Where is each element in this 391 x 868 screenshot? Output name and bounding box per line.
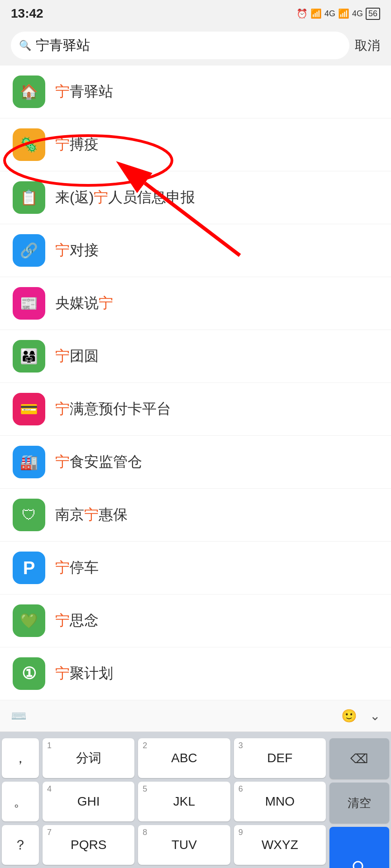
key-number: 6 <box>238 784 243 794</box>
list-item[interactable]: 💚 宁思念 <box>0 594 391 647</box>
keyboard-toolbar-left[interactable]: ⌨️ <box>11 708 27 723</box>
highlight-char: 宁 <box>55 242 70 258</box>
key-6-mno[interactable]: 6 MNO <box>234 782 326 821</box>
period-key[interactable]: 。 <box>2 782 39 821</box>
signal2-icon: 📶 <box>338 8 349 19</box>
app-icon: 🏠 <box>13 75 45 108</box>
key-1-fenci[interactable]: 1 分词 <box>43 738 134 778</box>
key-label: DEF <box>267 751 292 765</box>
status-bar: 13:42 ⏰ 📶 4G 📶 4G 56 <box>0 0 391 25</box>
key-number: 2 <box>143 741 147 750</box>
highlight-char: 宁 <box>94 189 108 205</box>
keyboard-row-1: 1 分词 2 ABC 3 DEF <box>43 738 326 778</box>
signal-icon: 4G <box>324 9 335 19</box>
app-name: 宁青驿站 <box>55 82 113 102</box>
keyboard-row-3: 7 PQRS 8 TUV 9 WXYZ <box>43 825 326 865</box>
app-icon: ① <box>13 657 45 690</box>
app-name: 宁思念 <box>55 611 99 631</box>
key-label: MNO <box>265 794 295 809</box>
key-3-def[interactable]: 3 DEF <box>234 738 326 778</box>
list-item[interactable]: 💳 宁满意预付卡平台 <box>0 383 391 436</box>
highlight-char: 宁 <box>55 401 70 417</box>
search-input-wrap[interactable]: 🔍 宁青驿站 <box>11 32 349 59</box>
key-label: PQRS <box>71 838 106 852</box>
list-item[interactable]: P 宁停车 <box>0 542 391 594</box>
battery-icon: 56 <box>366 8 380 20</box>
highlight-char: 宁 <box>55 559 70 576</box>
keyboard-main: 1 分词 2 ABC 3 DEF 4 GHI 5 <box>41 736 328 868</box>
search-results-list: 🏠 宁青驿站 🦠 宁搏疫 📋 来(返)宁人员信息申报 🔗 宁对接 📰 央媒说宁 … <box>0 66 391 700</box>
key-label: TUV <box>172 838 197 852</box>
key-2-abc[interactable]: 2 ABC <box>138 738 230 778</box>
backspace-key[interactable]: ⌫ <box>329 738 389 779</box>
highlight-char: 宁 <box>55 348 70 364</box>
list-item[interactable]: 🏠 宁青驿站 <box>0 66 391 118</box>
app-name: 来(返)宁人员信息申报 <box>55 188 195 208</box>
list-item[interactable]: 🏭 宁食安监管仓 <box>0 436 391 489</box>
app-name: 宁搏疫 <box>55 135 99 155</box>
status-time: 13:42 <box>11 6 43 21</box>
list-item[interactable]: 🔗 宁对接 <box>0 224 391 277</box>
search-bar: 🔍 宁青驿站 取消 <box>0 25 391 66</box>
highlight-char: 宁 <box>99 295 113 311</box>
keyboard-collapse-icon[interactable]: ⌄ <box>370 708 380 723</box>
highlight-char: 宁 <box>84 506 99 523</box>
highlight-char: 宁 <box>55 612 70 628</box>
keyboard: ， 。 ？ ！ 1 分词 2 ABC 3 DEF <box>0 732 391 868</box>
keyboard-left-col: ， 。 ？ ！ <box>0 736 41 868</box>
list-item[interactable]: 👨‍👩‍👧 宁团圆 <box>0 330 391 383</box>
key-number: 9 <box>238 828 243 837</box>
clear-key[interactable]: 清空 <box>329 783 389 823</box>
keyboard-row-2: 4 GHI 5 JKL 6 MNO <box>43 782 326 821</box>
key-number: 8 <box>143 828 147 837</box>
app-name: 宁满意预付卡平台 <box>55 399 171 419</box>
question-key[interactable]: ？ <box>2 825 39 865</box>
app-name: 宁团圆 <box>55 346 99 366</box>
app-name: 宁停车 <box>55 558 99 578</box>
keyboard-toolbar: ⌨️ 🙂 ⌄ <box>0 700 391 732</box>
key-8-tuv[interactable]: 8 TUV <box>138 825 230 865</box>
app-name: 宁对接 <box>55 241 99 260</box>
key-9-wxyz[interactable]: 9 WXYZ <box>234 825 326 865</box>
list-item[interactable]: ① 宁聚计划 <box>0 647 391 700</box>
app-name: 宁聚计划 <box>55 664 113 684</box>
search-key[interactable] <box>329 827 389 868</box>
app-icon: 🏭 <box>13 446 45 478</box>
list-item[interactable]: 🦠 宁搏疫 <box>0 118 391 171</box>
key-label: GHI <box>77 794 100 809</box>
app-icon: 💳 <box>13 393 45 425</box>
app-name: 南京宁惠保 <box>55 505 128 525</box>
highlight-char: 宁 <box>55 136 70 152</box>
keyboard-rows: ， 。 ？ ！ 1 分词 2 ABC 3 DEF <box>0 732 391 868</box>
key-label: WXYZ <box>262 838 298 852</box>
key-label: 分词 <box>76 750 101 767</box>
key-number: 7 <box>47 828 52 837</box>
cancel-button[interactable]: 取消 <box>355 37 380 54</box>
app-icon: P <box>13 552 45 584</box>
search-submit-icon <box>351 859 367 868</box>
keyboard-right-col: ⌫ 清空 <box>328 736 391 868</box>
signal3-icon: 4G <box>352 9 363 19</box>
app-icon: 🦠 <box>13 128 45 161</box>
list-item[interactable]: 🛡 南京宁惠保 <box>0 489 391 542</box>
key-5-jkl[interactable]: 5 JKL <box>138 782 230 821</box>
key-number: 1 <box>47 741 52 750</box>
highlight-char: 宁 <box>55 453 70 470</box>
list-item[interactable]: 📋 来(返)宁人员信息申报 <box>0 171 391 224</box>
key-4-ghi[interactable]: 4 GHI <box>43 782 134 821</box>
keyboard-settings-icon: ⌨️ <box>11 709 27 723</box>
highlight-char: 宁 <box>55 83 70 99</box>
key-7-pqrs[interactable]: 7 PQRS <box>43 825 134 865</box>
comma-key[interactable]: ， <box>2 738 39 778</box>
list-item[interactable]: 📰 央媒说宁 <box>0 277 391 330</box>
app-icon: 🔗 <box>13 234 45 267</box>
app-icon: 👨‍👩‍👧 <box>13 340 45 373</box>
alarm-icon: ⏰ <box>296 8 308 19</box>
key-number: 4 <box>47 784 52 794</box>
key-label: ABC <box>171 751 197 765</box>
app-icon: 📋 <box>13 181 45 214</box>
wifi-icon: 📶 <box>310 8 322 19</box>
app-name: 央媒说宁 <box>55 293 113 313</box>
emoji-icon[interactable]: 🙂 <box>341 708 357 723</box>
key-number: 3 <box>238 741 243 750</box>
